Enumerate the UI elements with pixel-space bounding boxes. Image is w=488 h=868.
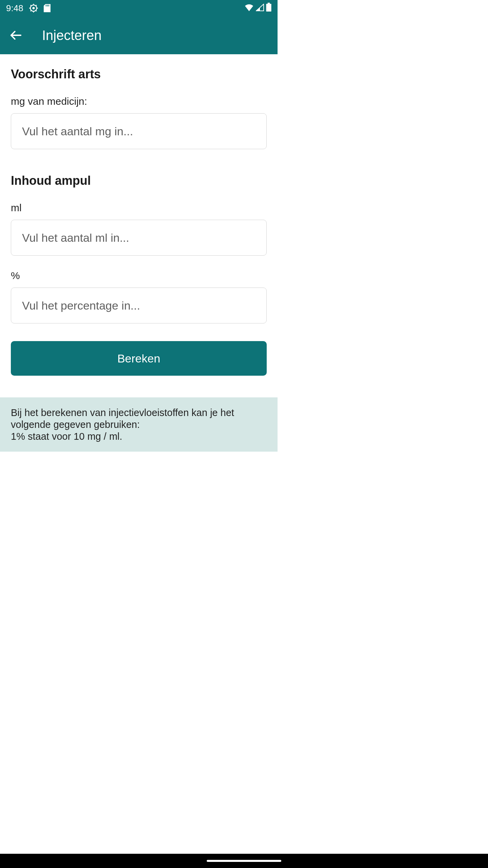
svg-rect-11 bbox=[47, 5, 48, 6]
status-right bbox=[244, 3, 271, 14]
app-bar-title: Injecteren bbox=[42, 28, 102, 43]
section-prescription-title: Voorschrift arts bbox=[11, 67, 267, 81]
mg-input[interactable] bbox=[11, 113, 267, 149]
status-time: 9:48 bbox=[6, 3, 23, 14]
svg-rect-12 bbox=[48, 5, 49, 6]
signal-icon bbox=[256, 3, 264, 14]
percent-field-label: % bbox=[11, 270, 267, 281]
status-bar: 9:48 bbox=[0, 0, 278, 16]
svg-line-6 bbox=[30, 5, 31, 6]
back-arrow-icon[interactable] bbox=[9, 29, 22, 42]
info-box-text: Bij het berekenen van injectievloeistoff… bbox=[11, 407, 267, 442]
svg-rect-13 bbox=[268, 3, 270, 4]
svg-line-7 bbox=[36, 11, 36, 11]
mg-field-label: mg van medicijn: bbox=[11, 96, 267, 107]
gear-icon bbox=[29, 3, 38, 13]
svg-rect-14 bbox=[266, 4, 271, 12]
sd-card-icon bbox=[44, 4, 50, 12]
svg-rect-10 bbox=[46, 5, 46, 6]
ml-input[interactable] bbox=[11, 220, 267, 256]
svg-line-9 bbox=[36, 5, 36, 6]
status-left: 9:48 bbox=[6, 3, 50, 14]
app-bar: Injecteren bbox=[0, 16, 278, 54]
wifi-icon bbox=[244, 3, 254, 14]
svg-line-8 bbox=[30, 11, 31, 11]
main-content: Voorschrift arts mg van medicijn: Inhoud… bbox=[0, 67, 278, 452]
calculate-button[interactable]: Bereken bbox=[11, 341, 267, 376]
percent-input[interactable] bbox=[11, 288, 267, 323]
section-ampul-title: Inhoud ampul bbox=[11, 174, 267, 188]
svg-point-1 bbox=[32, 7, 35, 9]
info-box: Bij het berekenen van injectievloeistoff… bbox=[0, 397, 278, 452]
battery-icon bbox=[266, 3, 271, 14]
ml-field-label: ml bbox=[11, 202, 267, 214]
